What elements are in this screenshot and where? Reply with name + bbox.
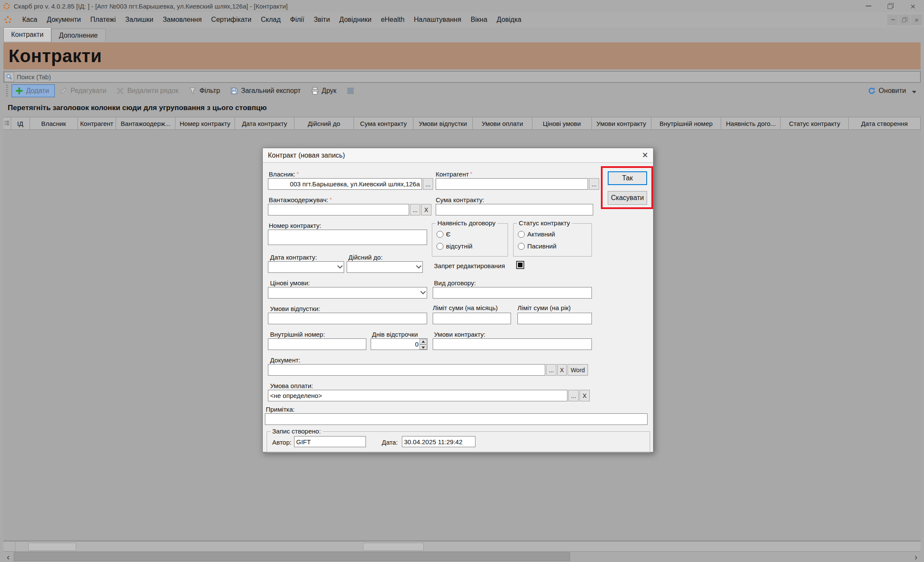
spin-down-icon[interactable] <box>419 344 427 350</box>
restore-icon[interactable] <box>879 0 902 12</box>
ok-button[interactable]: Так <box>608 171 647 185</box>
close-icon[interactable]: × <box>902 0 924 12</box>
radio-presence-absent[interactable]: відсутній <box>437 242 472 250</box>
search-input[interactable]: Поиск (Tab) <box>17 73 51 81</box>
cancel-button[interactable]: Скасувати <box>608 191 647 205</box>
column-header[interactable]: Умови оплати <box>473 117 532 129</box>
menu-item[interactable]: Налаштування <box>409 14 466 25</box>
tab[interactable]: Контракти <box>3 27 51 42</box>
counterparty-browse-button[interactable]: ... <box>589 178 599 190</box>
add-button[interactable]: Додати <box>12 84 55 97</box>
group-by-bar[interactable]: Перетягніть заголовок колонки сюди для у… <box>3 99 921 117</box>
row-selector-column-icon[interactable] <box>3 117 11 129</box>
price-terms-combo[interactable] <box>268 287 427 299</box>
radio-icon[interactable] <box>518 231 525 238</box>
menu-item[interactable]: Звіти <box>309 14 335 25</box>
edit-button[interactable]: Редагувати <box>55 84 112 97</box>
column-header[interactable]: Номер контракту <box>175 117 235 129</box>
payment-term-clear-button[interactable]: X <box>579 390 590 401</box>
dialog-close-icon[interactable]: × <box>642 150 648 160</box>
tab[interactable]: Дополнение <box>51 29 106 42</box>
menu-item[interactable]: Платежі <box>86 14 121 25</box>
document-word-button[interactable]: Word <box>567 364 588 376</box>
edit-ban-checkbox[interactable] <box>516 261 524 269</box>
column-header[interactable]: Умови відпустки <box>413 117 473 129</box>
menu-item[interactable]: Довідники <box>335 14 376 25</box>
contract-terms-input[interactable] <box>433 338 592 350</box>
payment-term-browse-button[interactable]: ... <box>568 390 579 401</box>
column-header[interactable]: Дата контракту <box>235 117 294 129</box>
counterparty-input[interactable] <box>436 178 588 190</box>
radio-icon[interactable] <box>437 243 443 250</box>
limit-year-input[interactable] <box>517 313 592 324</box>
limit-month-input[interactable] <box>433 313 511 324</box>
document-input[interactable] <box>268 364 545 376</box>
column-header[interactable]: Контрагент <box>78 117 116 129</box>
valid-until-combo[interactable] <box>347 261 423 273</box>
mdi-minimize-icon[interactable] <box>887 15 898 25</box>
column-header[interactable]: Дійсний до <box>294 117 354 129</box>
scrollbar-thumb[interactable] <box>14 552 570 561</box>
column-header[interactable]: Статус контракту <box>781 117 849 129</box>
radio-icon[interactable] <box>437 231 443 238</box>
columns-button[interactable] <box>342 84 359 97</box>
chevron-down-icon[interactable] <box>420 289 426 294</box>
search-icon[interactable] <box>4 72 14 82</box>
scrollbar-track[interactable] <box>13 552 911 562</box>
menu-item[interactable]: Замовлення <box>158 14 206 25</box>
agreement-kind-input[interactable] <box>433 287 592 299</box>
consignee-browse-button[interactable]: ... <box>410 204 420 215</box>
owner-input[interactable]: 003 пгт.Барышевка, ул.Киевский шлях,126а <box>268 178 422 190</box>
refresh-dropdown-caret-icon[interactable] <box>912 91 916 93</box>
export-button[interactable]: Загальний експорт <box>225 84 306 97</box>
spinner-buttons[interactable] <box>419 339 427 350</box>
payment-term-input[interactable]: <не определено> <box>268 390 567 401</box>
column-header[interactable]: Вантажоодерж... <box>116 117 175 129</box>
toolbar-drag-handle[interactable] <box>6 85 8 97</box>
created-date-input[interactable]: 30.04.2025 11:29:42 <box>402 436 475 447</box>
search-bar[interactable]: Поиск (Tab) <box>3 71 921 83</box>
chevron-down-icon[interactable] <box>416 263 422 269</box>
column-header[interactable]: Цінові умови <box>532 117 592 129</box>
menu-item[interactable]: Склад <box>256 14 285 25</box>
horizontal-scrollbar[interactable]: ‹ › <box>3 552 921 562</box>
spin-up-icon[interactable] <box>419 339 427 344</box>
column-header[interactable]: Власник <box>30 117 78 129</box>
radio-status-active[interactable]: Активний <box>518 230 555 238</box>
mdi-restore-icon[interactable] <box>899 15 910 25</box>
document-clear-button[interactable]: X <box>557 364 567 376</box>
mdi-close-icon[interactable]: × <box>911 15 922 25</box>
column-header[interactable]: Наявність дого... <box>721 117 781 129</box>
menu-item[interactable]: Довідка <box>492 14 526 25</box>
menu-item[interactable]: eHealth <box>376 14 409 25</box>
consignee-input[interactable] <box>268 204 409 215</box>
column-header[interactable]: ІД <box>11 117 30 129</box>
radio-presence-yes[interactable]: Є <box>437 230 451 238</box>
dispense-terms-input[interactable] <box>268 313 427 324</box>
radio-icon[interactable] <box>518 243 525 250</box>
column-header[interactable]: Умови контракту <box>592 117 651 129</box>
column-header[interactable]: Сума контракту <box>354 117 413 129</box>
minimize-icon[interactable] <box>857 0 879 12</box>
owner-browse-button[interactable]: ... <box>423 178 433 190</box>
consignee-clear-button[interactable]: X <box>421 204 431 215</box>
filter-button[interactable]: Фільтр <box>184 84 225 97</box>
contract-number-input[interactable] <box>268 230 427 245</box>
deferral-days-input[interactable]: 0 <box>371 338 428 350</box>
contract-date-combo[interactable] <box>268 261 344 273</box>
menu-item[interactable]: Філії <box>285 14 309 25</box>
document-browse-button[interactable]: ... <box>546 364 556 376</box>
scroll-right-arrow-icon[interactable]: › <box>911 552 921 562</box>
menu-item[interactable]: Каса <box>18 14 42 25</box>
refresh-button[interactable]: Оновити <box>863 84 911 97</box>
scroll-left-arrow-icon[interactable]: ‹ <box>3 552 13 562</box>
note-input[interactable] <box>265 413 648 425</box>
menu-item[interactable]: Залишки <box>121 14 158 25</box>
print-button[interactable]: Друк <box>306 84 342 97</box>
menu-item[interactable]: Сертифікати <box>206 14 256 25</box>
internal-number-input[interactable] <box>268 338 366 350</box>
author-input[interactable]: GIFT <box>294 436 366 447</box>
delete-row-button[interactable]: Видалити рядок <box>111 84 183 97</box>
column-header[interactable]: Внутрішній номер <box>651 117 722 129</box>
menu-item[interactable]: Документи <box>42 14 86 25</box>
